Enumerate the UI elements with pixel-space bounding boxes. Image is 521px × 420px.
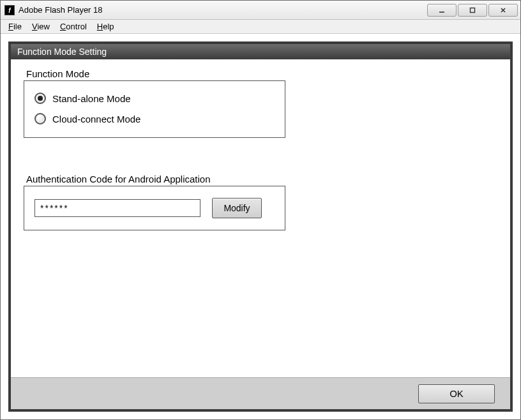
menu-file[interactable]: File	[3, 20, 27, 33]
radio-standalone[interactable]: Stand-alone Mode	[34, 93, 275, 104]
settings-panel: Function Mode Setting Function Mode Stan…	[8, 41, 513, 412]
menu-mn: H	[97, 22, 103, 31]
svg-rect-1	[471, 8, 475, 12]
menu-rest: ontrol	[66, 22, 87, 31]
app-window: f Adobe Flash Player 18 File View Contro…	[0, 0, 521, 420]
window-controls	[427, 4, 518, 17]
menu-rest: elp	[103, 22, 114, 31]
maximize-icon	[469, 6, 476, 14]
function-mode-label: Function Mode	[26, 68, 497, 79]
flash-app-icon: f	[4, 5, 15, 15]
window-title: Adobe Flash Player 18	[19, 5, 427, 15]
auth-group: Modify	[24, 186, 285, 230]
maximize-button[interactable]	[458, 4, 487, 17]
menu-rest: iew	[37, 22, 50, 31]
close-icon	[499, 6, 507, 14]
modify-button[interactable]: Modify	[212, 198, 262, 218]
content-area: Function Mode Setting Function Mode Stan…	[1, 34, 520, 419]
minimize-icon	[438, 6, 446, 14]
titlebar: f Adobe Flash Player 18	[1, 1, 520, 20]
footer-bar: OK	[11, 377, 510, 409]
menu-help[interactable]: Help	[92, 20, 119, 33]
menu-view[interactable]: View	[27, 20, 55, 33]
minimize-button[interactable]	[427, 4, 457, 17]
function-mode-group: Stand-alone Mode Cloud-connect Mode	[24, 80, 285, 138]
auth-code-input[interactable]	[34, 199, 200, 217]
menubar: File View Control Help	[1, 20, 520, 34]
ok-button[interactable]: OK	[418, 384, 495, 403]
menu-control[interactable]: Control	[55, 20, 92, 33]
spacer	[24, 138, 497, 174]
close-button[interactable]	[488, 4, 518, 17]
radio-icon	[34, 113, 46, 124]
radio-icon	[34, 93, 46, 104]
radio-cloudconnect[interactable]: Cloud-connect Mode	[34, 113, 275, 124]
panel-title: Function Mode Setting	[11, 44, 510, 59]
menu-mn: F	[8, 22, 13, 31]
auth-label: Authentication Code for Android Applicat…	[26, 174, 497, 184]
radio-label: Stand-alone Mode	[52, 93, 131, 104]
panel-body: Function Mode Stand-alone Mode Cloud-con…	[11, 59, 510, 377]
radio-label: Cloud-connect Mode	[52, 114, 140, 124]
menu-rest: ile	[13, 22, 22, 31]
menu-mn: C	[60, 22, 66, 31]
